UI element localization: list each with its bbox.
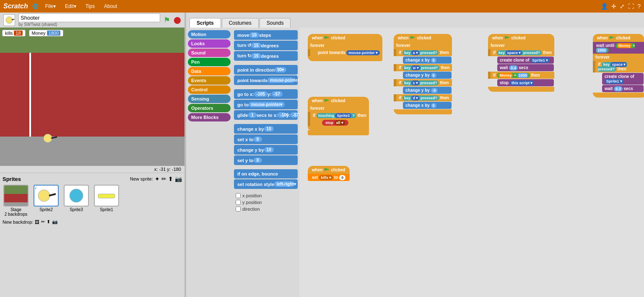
menu-tips[interactable]: Tips (83, 3, 97, 10)
project-name-input[interactable]: Shooter (18, 13, 160, 22)
stage-thumb[interactable] (3, 185, 29, 207)
green-flag-button[interactable]: ⚑ (164, 15, 170, 25)
category-sound[interactable]: Sound (188, 49, 231, 57)
hud: kills 18 Money 1800 (2, 30, 63, 36)
new-backdrop: New backdrop: 🖼 ✏ ⬆ 📷 (3, 219, 182, 225)
menu-about[interactable]: About (101, 3, 119, 10)
stop-button[interactable]: ⬤ (174, 16, 181, 24)
svg-marker-9 (325, 99, 330, 102)
sprites-row: Stage2 backdrops i Sprite2 (3, 185, 182, 217)
category-looks[interactable]: Looks (188, 39, 231, 48)
sprite3-item[interactable]: Sprite3 (63, 185, 90, 217)
block-rotation-style[interactable]: set rotation style left-right▾ (234, 179, 298, 189)
direction-checkbox[interactable] (236, 207, 241, 212)
svg-marker-8 (325, 36, 330, 39)
new-backdrop-paint-icon[interactable]: 🖼 (35, 220, 39, 225)
category-events[interactable]: Events (188, 76, 231, 85)
current-sprite-thumb (3, 14, 15, 26)
new-sprite-edit-icon[interactable]: ✏ (161, 176, 166, 182)
blocks-scripts: Motion Looks Sound Pen Data Events Contr… (186, 28, 644, 297)
sprite3-thumb[interactable] (64, 185, 89, 207)
right-panel: Scripts Costumes Sounds Motion Looks Sou… (186, 13, 644, 297)
category-control[interactable]: Control (188, 85, 231, 94)
block-goto-mouse[interactable]: go to mouse-pointer▾ (234, 100, 298, 109)
new-sprite-camera-icon[interactable]: 📷 (175, 176, 182, 182)
svg-line-5 (49, 194, 56, 196)
stage-label: Stage2 backdrops (5, 207, 27, 217)
block-turn-cw[interactable]: turn ↺ 15 degrees (234, 41, 298, 50)
share-icon[interactable]: 👤 (601, 3, 608, 10)
script-group-2[interactable]: when clicked forever if touching Sprite3… (308, 97, 369, 135)
category-operators[interactable]: Operators (188, 104, 231, 112)
stage-bg-gray (0, 137, 184, 166)
tab-costumes[interactable]: Costumes (222, 18, 259, 28)
new-sprite-star-icon[interactable]: ✦ (155, 176, 160, 182)
x-position-checkbox[interactable] (236, 193, 241, 198)
menu-edit[interactable]: Edit▾ (62, 3, 79, 10)
tab-sounds[interactable]: Sounds (260, 18, 291, 28)
sprites-title: Sprites (3, 176, 21, 182)
resize-icon[interactable]: ⤢ (620, 3, 625, 10)
tab-scripts[interactable]: Scripts (190, 18, 221, 28)
kills-label: kills (5, 31, 13, 36)
block-move-steps[interactable]: move 10 steps (234, 30, 298, 40)
svg-marker-12 (505, 36, 510, 39)
sprite2-thumb[interactable]: i (34, 185, 59, 207)
new-sprite-upload-icon[interactable]: ⬆ (168, 176, 173, 182)
block-set-x[interactable]: set x to 0 (234, 134, 298, 144)
topbar: Scratch 🌐 File▾ Edit▾ Tips About 👤 ✛ ⤢ ⛶… (0, 0, 644, 13)
sprite2-item[interactable]: i Sprite2 (33, 185, 60, 217)
script-group-6[interactable]: when clicked wait until Money = 1000 for… (593, 34, 644, 98)
block-turn-ccw[interactable]: turn ↻ 15 degrees (234, 51, 298, 61)
block-x-position[interactable]: x position (234, 192, 298, 199)
block-change-y[interactable]: change y by 10 (234, 145, 298, 155)
category-sensing[interactable]: Sensing (188, 95, 231, 103)
fullscreen-icon[interactable]: ⛶ (628, 3, 634, 10)
category-motion[interactable]: Motion (188, 30, 231, 39)
stage-item[interactable]: Stage2 backdrops (3, 185, 29, 217)
sprite1-thumb[interactable] (94, 185, 119, 207)
category-data[interactable]: Data (188, 67, 231, 75)
block-point-dir[interactable]: point in direction 90▾ (234, 65, 298, 75)
help-icon[interactable]: ? (637, 3, 641, 10)
category-more-blocks[interactable]: More Blocks (188, 113, 231, 121)
scripts-canvas[interactable]: when clicked forever point towards mouse… (299, 28, 644, 297)
svg-marker-10 (325, 168, 330, 171)
block-direction[interactable]: direction (234, 206, 298, 212)
money-badge: Money 1800 (29, 30, 64, 36)
move-icon[interactable]: ✛ (611, 3, 616, 10)
block-goto-xy[interactable]: go to x: -105 y: -57 (234, 89, 298, 99)
money-value: 1800 (47, 31, 60, 36)
new-backdrop-camera-icon[interactable]: 📷 (52, 219, 58, 225)
new-backdrop-edit-icon[interactable]: ✏ (41, 219, 45, 225)
new-sprite-label: New sprite: (130, 176, 153, 181)
block-bounce[interactable]: if on edge, bounce (234, 169, 298, 178)
coordinates: x: -31 y: -180 (0, 166, 184, 173)
script-group-3[interactable]: when clicked set kills ▾ to 0 (308, 166, 350, 181)
sprite1-label: Sprite1 (100, 207, 113, 212)
script-group-4[interactable]: when clicked forever if key a ▾ pressed?… (394, 34, 452, 114)
svg-point-0 (6, 17, 13, 23)
block-point-towards[interactable]: point towards mouse-pointer▾ (234, 75, 298, 85)
category-pen[interactable]: Pen (188, 58, 231, 66)
script-group-1[interactable]: when clicked forever point towards mouse… (308, 34, 382, 61)
stage-sprite-2 (42, 132, 57, 145)
svg-point-6 (70, 189, 83, 202)
svg-point-2 (44, 134, 52, 142)
sprite1-item[interactable]: Sprite1 (93, 185, 120, 217)
svg-point-4 (38, 190, 50, 201)
block-y-position[interactable]: y position (234, 199, 298, 206)
y-position-checkbox[interactable] (236, 200, 241, 205)
svg-marker-11 (410, 36, 415, 39)
menu-file[interactable]: File▾ (43, 3, 58, 10)
new-backdrop-upload-icon[interactable]: ⬆ (47, 219, 50, 225)
script-group-5[interactable]: when clicked forever if key space ▾ pres… (488, 34, 554, 92)
globe-icon[interactable]: 🌐 (32, 3, 39, 9)
sprite3-label: Sprite3 (70, 207, 83, 212)
author-label: by SWTwist (shared) (18, 22, 160, 27)
block-glide[interactable]: glide 1 secs to x: -105 y: -57 (234, 110, 298, 120)
svg-line-1 (12, 19, 14, 20)
sprites-panel: Sprites New sprite: ✦ ✏ ⬆ 📷 (0, 173, 184, 297)
block-set-y[interactable]: set y to 0 (234, 155, 298, 165)
block-change-x[interactable]: change x by 10 (234, 124, 298, 134)
